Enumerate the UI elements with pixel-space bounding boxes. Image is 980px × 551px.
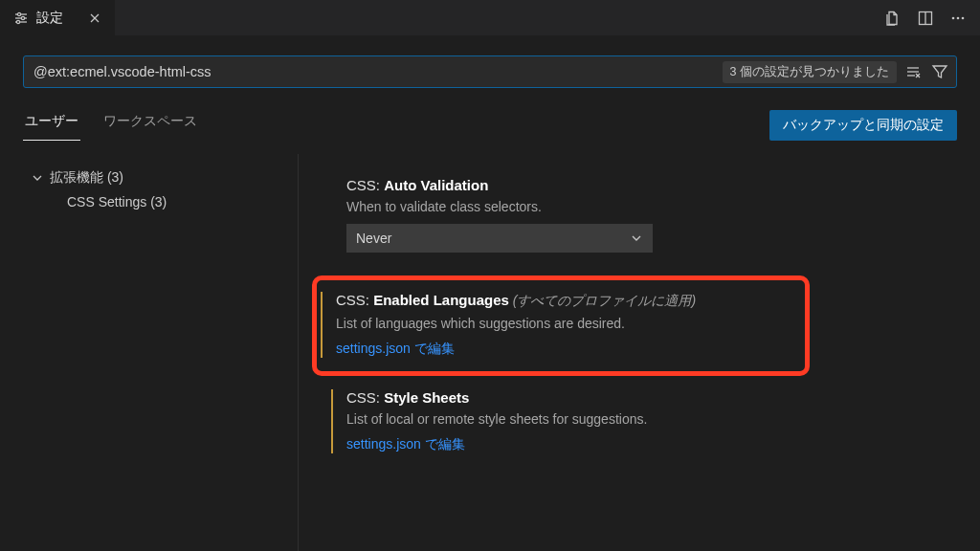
tree-css-settings[interactable]: CSS Settings (3) (31, 190, 298, 213)
svg-point-11 (957, 16, 960, 19)
setting-description: List of local or remote style sheets for… (346, 411, 957, 427)
search-result-count: 3 個の設定が見つかりました (723, 61, 897, 83)
settings-subhead: ユーザー ワークスペース バックアップと同期の設定 (23, 105, 957, 141)
svg-point-12 (962, 16, 965, 19)
setting-title: CSS: Enabled Languages (すべてのプロファイルに適用) (336, 292, 791, 310)
highlight-box: CSS: Enabled Languages (すべてのプロファイルに適用) L… (312, 276, 810, 376)
svg-point-3 (21, 16, 24, 19)
tabbar-left: 設定 (0, 0, 116, 35)
backup-sync-button[interactable]: バックアップと同期の設定 (769, 110, 957, 141)
settings-tab-label: 設定 (36, 10, 63, 27)
filter-icon[interactable] (931, 63, 948, 80)
split-editor-icon[interactable] (917, 10, 934, 27)
close-icon[interactable] (88, 11, 101, 25)
svg-point-10 (952, 16, 955, 19)
chevron-down-icon (630, 231, 643, 245)
editor-tabbar: 設定 (0, 0, 980, 36)
tree-extensions-label: 拡張機能 (3) (50, 169, 123, 187)
svg-point-5 (16, 20, 19, 23)
search-action-icons (904, 63, 948, 80)
setting-title: CSS: Auto Validation (346, 177, 957, 193)
settings-search-input[interactable] (33, 64, 715, 79)
more-icon[interactable] (949, 10, 967, 27)
settings-list: CSS: Auto Validation When to validate cl… (299, 154, 957, 551)
setting-title: CSS: Style Sheets (346, 389, 957, 406)
setting-description: When to validate class selectors. (346, 199, 957, 214)
settings-body: 拡張機能 (3) CSS Settings (3) CSS: Auto Vali… (23, 154, 957, 551)
settings-search[interactable]: 3 個の設定が見つかりました (23, 55, 957, 88)
open-file-icon[interactable] (884, 10, 902, 27)
select-value: Never (356, 231, 391, 246)
settings-sidebar: 拡張機能 (3) CSS Settings (3) (23, 154, 299, 551)
scope-tab-user[interactable]: ユーザー (23, 105, 80, 141)
tree-css-settings-label: CSS Settings (3) (67, 194, 167, 209)
setting-style-sheets: CSS: Style Sheets List of local or remot… (331, 389, 957, 453)
setting-description: List of languages which suggestions are … (336, 316, 791, 331)
chevron-down-icon (31, 171, 44, 185)
settings-content: 3 個の設定が見つかりました ユーザー ワークスペース バックアップと同期の設定 (0, 36, 980, 551)
setting-auto-validation: CSS: Auto Validation When to validate cl… (331, 177, 957, 253)
scope-tabs: ユーザー ワークスペース (23, 105, 199, 141)
edit-in-settings-json-link[interactable]: settings.json で編集 (346, 436, 957, 453)
scope-tab-workspace[interactable]: ワークスペース (101, 105, 199, 141)
tree-extensions[interactable]: 拡張機能 (3) (31, 165, 298, 190)
setting-enabled-languages: CSS: Enabled Languages (すべてのプロファイルに適用) L… (321, 292, 791, 358)
settings-sliders-icon (13, 11, 29, 26)
auto-validation-select[interactable]: Never (346, 224, 653, 253)
svg-point-1 (17, 12, 20, 15)
settings-tab[interactable]: 設定 (0, 0, 116, 35)
tabbar-actions (871, 0, 980, 35)
edit-in-settings-json-link[interactable]: settings.json で編集 (336, 341, 791, 358)
clear-search-icon[interactable] (904, 63, 922, 80)
